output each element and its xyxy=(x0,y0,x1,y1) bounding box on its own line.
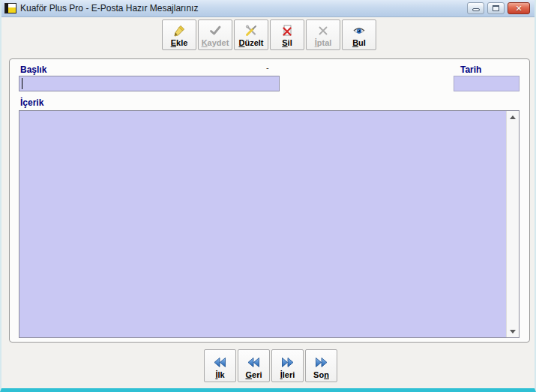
bul-button[interactable]: Bul xyxy=(342,19,376,50)
scroll-down-icon xyxy=(510,330,516,334)
maximize-button[interactable] xyxy=(487,2,505,14)
save-check-icon xyxy=(208,23,222,38)
baslik-input[interactable] xyxy=(19,76,280,91)
iptal-button[interactable]: İptal xyxy=(306,19,340,50)
ileri-label: İleri xyxy=(280,370,295,380)
icerik-textarea[interactable] xyxy=(19,111,506,337)
icerik-label: İçerik xyxy=(20,97,43,108)
last-icon xyxy=(315,354,328,370)
text-caret xyxy=(22,78,22,89)
vertical-scrollbar[interactable] xyxy=(506,111,519,337)
forward-icon xyxy=(281,354,294,370)
window-title: Kuaför Plus Pro - E-Posta Hazır Mesajlar… xyxy=(20,3,467,13)
icerik-field xyxy=(19,110,520,338)
ekle-label: Ekle xyxy=(171,38,188,48)
back-icon xyxy=(247,354,260,370)
minimize-icon xyxy=(472,8,480,11)
baslik-label: Başlık xyxy=(20,64,46,75)
tools-icon xyxy=(244,23,258,38)
kaydet-label: Kaydet xyxy=(202,38,229,48)
ekle-button[interactable]: Ekle xyxy=(162,19,196,50)
kaydet-button[interactable]: Kaydet xyxy=(198,19,232,50)
bul-label: Bul xyxy=(352,38,366,48)
form-panel: Başlık - Tarih İçerik xyxy=(9,58,530,343)
sil-label: Sil xyxy=(282,38,292,48)
son-button[interactable]: Son xyxy=(305,349,337,382)
close-icon: ✕ xyxy=(515,4,522,13)
delete-x-icon xyxy=(280,23,294,38)
tarih-input[interactable] xyxy=(454,76,520,91)
scroll-down-button[interactable] xyxy=(507,325,519,337)
titlebar: Kuaför Plus Pro - E-Posta Hazır Mesajlar… xyxy=(0,0,536,17)
sil-button[interactable]: Sil xyxy=(270,19,304,50)
dash-text: - xyxy=(266,63,269,72)
ilk-label: İlk xyxy=(215,370,224,380)
maximize-icon xyxy=(493,5,499,11)
pencil-icon xyxy=(172,23,186,38)
tarih-label: Tarih xyxy=(460,64,481,75)
geri-label: Geri xyxy=(245,370,262,380)
ileri-button[interactable]: İleri xyxy=(271,349,304,382)
app-window: Kuaför Plus Pro - E-Posta Hazır Mesajlar… xyxy=(0,0,536,392)
duzelt-label: Düzelt xyxy=(238,38,263,48)
ilk-button[interactable]: İlk xyxy=(204,349,236,382)
close-button[interactable]: ✕ xyxy=(508,2,530,14)
toolbar: Ekle Kaydet Düzelt xyxy=(162,19,376,50)
son-label: Son xyxy=(313,370,329,380)
minimize-button[interactable] xyxy=(467,2,484,14)
scroll-up-icon xyxy=(510,115,516,119)
eye-icon xyxy=(352,23,366,38)
first-icon xyxy=(214,354,226,370)
iptal-label: İptal xyxy=(315,38,332,48)
app-logo-icon xyxy=(4,3,16,13)
duzelt-button[interactable]: Düzelt xyxy=(234,19,268,50)
scroll-up-button[interactable] xyxy=(507,111,519,123)
cancel-x-icon xyxy=(316,23,330,38)
record-navigation: İlk Geri xyxy=(204,349,337,382)
geri-button[interactable]: Geri xyxy=(238,349,270,382)
